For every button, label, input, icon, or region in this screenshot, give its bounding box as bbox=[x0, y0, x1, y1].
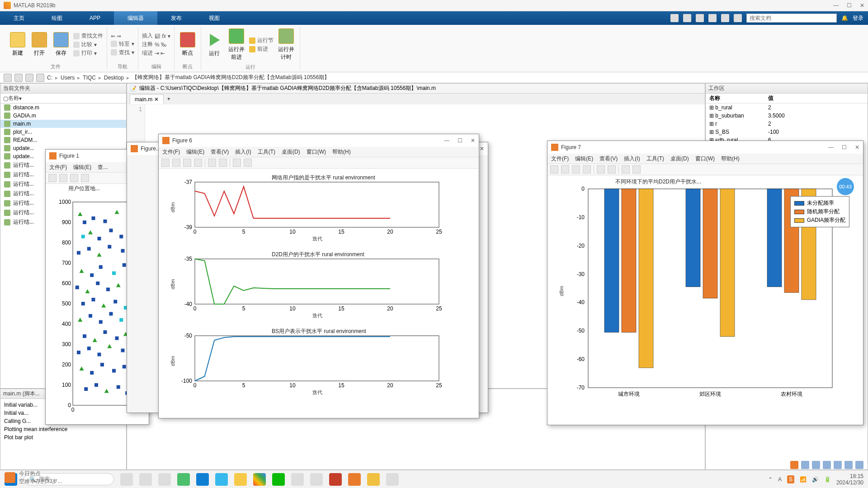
tb-app-icon[interactable] bbox=[310, 473, 323, 486]
ime-tool-icon[interactable] bbox=[844, 461, 853, 469]
save-layout-icon[interactable] bbox=[670, 14, 679, 22]
font-icon[interactable]: A bbox=[778, 476, 782, 483]
menu-item[interactable]: 文件(F) bbox=[162, 148, 180, 156]
menu-item[interactable]: 插入(I) bbox=[624, 155, 640, 163]
breakpoints-button[interactable]: 断点 bbox=[178, 30, 197, 59]
menu-view[interactable]: 查... bbox=[98, 164, 108, 171]
menu-file[interactable]: 文件(F) bbox=[49, 164, 67, 171]
tb-app-icon[interactable] bbox=[120, 473, 133, 486]
menu-item[interactable]: 工具(T) bbox=[258, 148, 275, 156]
undo-icon[interactable] bbox=[721, 14, 729, 22]
new-button[interactable]: 新建 bbox=[8, 30, 27, 59]
open-icon[interactable] bbox=[561, 165, 569, 174]
tab-publish[interactable]: 发布 bbox=[157, 11, 195, 25]
notifications-icon[interactable]: 🔔 bbox=[841, 15, 848, 21]
tb-chrome-icon[interactable] bbox=[253, 473, 266, 486]
menu-item[interactable]: 窗口(W) bbox=[307, 148, 326, 156]
menu-item[interactable]: 查看(V) bbox=[599, 155, 618, 163]
add-tab-icon[interactable]: + bbox=[167, 96, 170, 102]
wifi-icon[interactable]: 📶 bbox=[800, 476, 807, 483]
battery-icon[interactable]: 🔋 bbox=[824, 476, 831, 483]
save-icon[interactable] bbox=[183, 159, 191, 167]
figure-6-window[interactable]: Figure 6 —☐✕ 文件(F)编辑(E)查看(V)插入(I)工具(T)桌面… bbox=[158, 134, 479, 418]
tab-plots[interactable]: 绘图 bbox=[38, 11, 76, 25]
search-docs-input[interactable] bbox=[746, 14, 837, 23]
close-icon[interactable]: ✕ bbox=[855, 144, 859, 150]
crumb[interactable]: TIQC bbox=[83, 75, 96, 81]
help-icon[interactable] bbox=[734, 14, 742, 22]
panel-icon[interactable] bbox=[632, 165, 641, 174]
paste-icon[interactable] bbox=[708, 14, 717, 22]
crumb[interactable]: C: bbox=[47, 75, 52, 81]
ime-toolbar[interactable] bbox=[790, 461, 863, 469]
tb-browser-icon[interactable] bbox=[215, 473, 228, 486]
tab-view[interactable]: 视图 bbox=[195, 11, 233, 25]
print-button[interactable]: 打印 ▾ bbox=[73, 49, 103, 57]
menu-item[interactable]: 插入(I) bbox=[235, 148, 251, 156]
arrow-icon[interactable] bbox=[622, 165, 630, 174]
compare-button[interactable]: 比较 ▾ bbox=[73, 41, 103, 48]
insert-button[interactable]: 插入 🗟 fx ▾ bbox=[142, 32, 170, 40]
up-icon[interactable] bbox=[25, 74, 33, 82]
menu-item[interactable]: 文件(F) bbox=[551, 155, 569, 163]
close-icon[interactable]: ✕ bbox=[471, 137, 475, 144]
cut-icon[interactable] bbox=[683, 14, 691, 22]
ime-tool-icon[interactable] bbox=[855, 461, 863, 469]
ime-tool-icon[interactable] bbox=[823, 461, 831, 469]
dock-icon[interactable] bbox=[219, 159, 227, 167]
close-icon[interactable]: ✕ bbox=[860, 2, 864, 9]
maximize-icon[interactable]: ☐ bbox=[842, 144, 847, 150]
save-icon[interactable] bbox=[572, 165, 580, 174]
dock-icon[interactable] bbox=[608, 165, 616, 174]
copy-icon[interactable] bbox=[696, 14, 704, 22]
goto-button[interactable]: ⇐ ⇒ bbox=[111, 33, 134, 39]
run-section-button[interactable]: 运行节 bbox=[249, 37, 274, 44]
print-icon[interactable] bbox=[583, 165, 591, 174]
figure-7-window[interactable]: Figure 7 —☐✕ 文件(F)编辑(E)查看(V)插入(I)工具(T)桌面… bbox=[547, 141, 863, 425]
ime-tool-icon[interactable] bbox=[834, 461, 842, 469]
workspace-var[interactable]: ⊞ r2 bbox=[706, 120, 868, 128]
tb-matlab-icon[interactable] bbox=[348, 473, 361, 486]
tab-home[interactable]: 主页 bbox=[0, 11, 38, 25]
link-icon[interactable] bbox=[208, 159, 216, 167]
open-button[interactable]: 打开 bbox=[30, 30, 49, 59]
browse-icon[interactable] bbox=[36, 74, 44, 82]
volume-icon[interactable]: 🔊 bbox=[812, 476, 819, 483]
file-row[interactable]: READM... bbox=[0, 136, 126, 144]
back-icon[interactable] bbox=[4, 74, 12, 82]
menu-item[interactable]: 工具(T) bbox=[646, 155, 664, 163]
crumb[interactable]: 【蜂窝网络】基于matlab GADIA蜂窝网络D2D频率分配【含Matlab源… bbox=[132, 74, 330, 81]
tab-editor[interactable]: 编辑器 bbox=[114, 11, 157, 25]
new-fig-icon[interactable] bbox=[48, 174, 57, 182]
print-icon[interactable] bbox=[194, 159, 202, 167]
workspace-var[interactable]: ⊞ b_suburban3.5000 bbox=[706, 112, 868, 120]
file-row[interactable]: plot_ir... bbox=[0, 128, 126, 136]
goto-dd[interactable]: 转至 ▾ bbox=[111, 40, 134, 48]
workspace-var[interactable]: ⊞ S_BS-100 bbox=[706, 128, 868, 136]
print-icon[interactable] bbox=[81, 174, 89, 182]
menu-item[interactable]: 编辑(E) bbox=[186, 148, 204, 156]
forward-icon[interactable] bbox=[14, 74, 23, 82]
minimize-icon[interactable]: — bbox=[444, 137, 449, 144]
ime-tool-icon[interactable] bbox=[812, 461, 820, 469]
minimize-icon[interactable]: — bbox=[828, 144, 834, 150]
sogou-icon[interactable] bbox=[790, 461, 798, 469]
find-button[interactable]: 查找 ▾ bbox=[111, 49, 134, 56]
close-icon[interactable]: ✕ bbox=[480, 145, 484, 152]
menu-item[interactable]: 帮助(H) bbox=[332, 148, 351, 156]
menu-item[interactable]: 查看(V) bbox=[211, 148, 229, 156]
tab-apps[interactable]: APP bbox=[76, 11, 114, 25]
menu-edit[interactable]: 编辑(E) bbox=[73, 164, 91, 171]
crumb[interactable]: Desktop bbox=[104, 75, 124, 81]
ime-icon[interactable]: S bbox=[787, 475, 794, 483]
save-button[interactable]: 保存 bbox=[52, 30, 71, 59]
tb-explorer-icon[interactable] bbox=[367, 473, 380, 486]
link-icon[interactable] bbox=[597, 165, 605, 174]
find-files-button[interactable]: 查找文件 bbox=[73, 32, 103, 40]
run-advance-button[interactable]: 运行并 前进 bbox=[226, 27, 246, 63]
arrow-icon[interactable] bbox=[233, 159, 241, 167]
run-button[interactable]: 运行 bbox=[205, 31, 224, 59]
maximize-icon[interactable]: ☐ bbox=[458, 137, 462, 144]
new-fig-icon[interactable] bbox=[550, 165, 558, 174]
menu-item[interactable]: 帮助(H) bbox=[721, 155, 740, 163]
